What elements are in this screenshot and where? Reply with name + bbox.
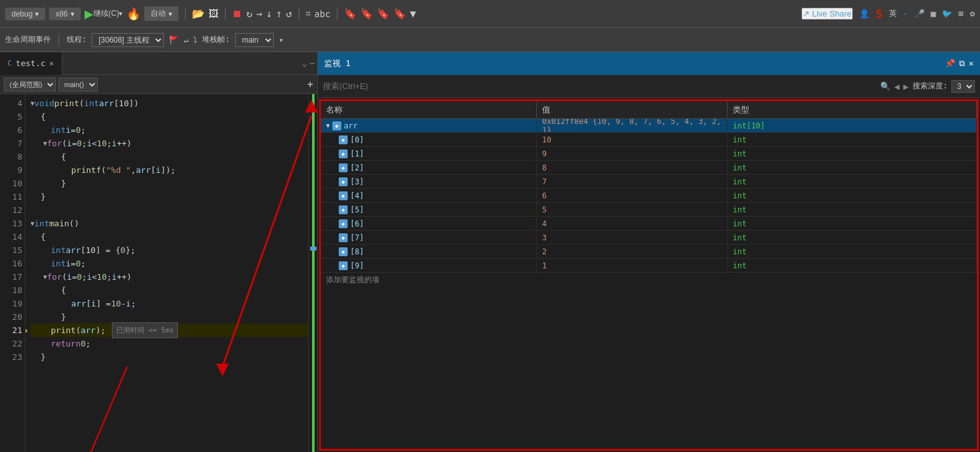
code-line-11: } [31, 190, 312, 203]
c-file-icon: C [8, 59, 12, 67]
item-var-icon-3: ◆ [339, 177, 348, 186]
line-num-10: 10 [5, 177, 22, 190]
tab-close-btn[interactable]: × [50, 59, 54, 68]
scope-select[interactable]: (全局范围) [4, 78, 56, 92]
step-out-icon[interactable]: ↑ [276, 8, 282, 20]
bookmark2-icon[interactable]: 🔖 [360, 8, 373, 20]
line-num-17: 17 [5, 270, 22, 284]
watch-item-name-0: ◆ [0] [321, 133, 537, 146]
arch-btn[interactable]: x86 ▾ [49, 8, 80, 20]
watch-row-item-6[interactable]: ◆ [6] 4 int [321, 217, 977, 231]
watch-arr-name: ▼ ◆ arr [321, 119, 537, 132]
watch-item-type-9: int [728, 259, 977, 272]
item-var-icon-1: ◆ [339, 149, 348, 158]
ime-table-icon[interactable]: ▦ [931, 9, 936, 18]
play-icon: ▶ [85, 7, 93, 21]
watch-arr-value: 0x012ff8e4 {10, 9, 8, 7, 6, 5, 4, 3, 2, … [537, 119, 728, 132]
step-icon3[interactable]: ⤵ [193, 36, 197, 45]
bookmark1-icon[interactable]: 🔖 [344, 8, 357, 20]
watch-item-name-8: ◆ [8] [321, 245, 537, 258]
watch-row-item-7[interactable]: ◆ [7] 3 int [321, 231, 977, 245]
watch-row-item-2[interactable]: ◆ [2] 8 int [321, 161, 977, 175]
timing-tooltip: 已用时间 <= 5ms [112, 322, 178, 338]
watch-nav-forward[interactable]: ▶ [903, 81, 908, 92]
user-icon: 👤 [859, 9, 869, 18]
restart-icon[interactable]: ↻ [246, 8, 252, 20]
folder-icon[interactable]: 📂 [192, 8, 205, 20]
func-select[interactable]: main() [58, 78, 98, 92]
watch-row-item-0[interactable]: ◆ [0] 10 int [321, 133, 977, 147]
step-over-icon[interactable]: → [256, 8, 262, 20]
sep1 [185, 8, 186, 20]
flag-icon: 🚩 [169, 36, 179, 45]
step-into-icon[interactable]: ↓ [266, 8, 273, 20]
thread-select[interactable]: [30608] 主线程 [92, 33, 164, 47]
code-kw-void: void [34, 97, 54, 110]
expand-arr-icon[interactable]: ▼ [326, 122, 330, 129]
top-toolbar: debug ▾ x86 ▾ ▶ 继续(C) ▾ 🔥 自动 ▾ 📂 🖼 ⏹ ↻ →… [0, 0, 980, 28]
watch-close-icon[interactable]: ✕ [969, 58, 974, 69]
watch-nav-back[interactable]: ◀ [894, 81, 899, 92]
line-num-8: 8 [5, 150, 22, 163]
ime-dot-icon: · [903, 9, 908, 18]
item-var-icon-4: ◆ [339, 191, 348, 200]
stop-icon[interactable]: ⏹ [232, 8, 242, 20]
bookmark5-icon[interactable]: ▼ [410, 8, 416, 20]
code-line-20: } [31, 310, 312, 324]
code-line-6: int i = 0 ; [31, 123, 312, 137]
code-line-17: ▼ for ( i = 0 ; i < 10 ; i ++) [31, 270, 312, 284]
ime-grid-icon[interactable]: ⊞ [958, 9, 963, 18]
watch-pin-icon[interactable]: 📌 [945, 58, 955, 69]
bookmark4-icon[interactable]: 🔖 [393, 8, 406, 20]
step-icon2[interactable]: ↵ [184, 36, 188, 45]
watch-row-item-8[interactable]: ◆ [8] 2 int [321, 245, 977, 259]
watch-depth-label: 搜索深度: [913, 81, 948, 92]
watch-add-row[interactable]: 添加要监视的项 [321, 273, 977, 287]
watch-row-item-1[interactable]: ◆ [1] 9 int [321, 147, 977, 161]
watch-item-name-5: ◆ [5] [321, 203, 537, 216]
editor-scrollbar[interactable] [308, 94, 317, 452]
watch-float-icon[interactable]: ⧉ [959, 58, 965, 69]
disasm-icon[interactable]: abc [315, 9, 330, 19]
ime-mic-icon[interactable]: 🎤 [915, 9, 925, 18]
event-label: 生命周期事件 [5, 34, 51, 45]
debug-mode-btn[interactable]: debug ▾ [5, 8, 45, 20]
watch-item-type-4: int [728, 189, 977, 202]
thread-label: 线程: [67, 34, 86, 45]
item-var-icon-5: ◆ [339, 205, 348, 214]
editor-tabs: C test.c × ⌄ ⋯ [0, 52, 317, 75]
editor-content: 4 5 6 7 8 9 10 11 12 13 14 15 16 17 18 1… [0, 94, 317, 452]
live-share-btn[interactable]: ↗ Live Share [801, 8, 853, 20]
line-num-11: 11 [5, 190, 22, 203]
watch-row-item-3[interactable]: ◆ [3] 7 int [321, 175, 977, 189]
watch-row-item-5[interactable]: ◆ [5] 5 int [321, 203, 977, 217]
more-icon[interactable]: ⋯ [310, 58, 315, 68]
watch-item-type-7: int [728, 231, 977, 244]
sep4 [337, 8, 337, 20]
watch-item-value-7: 3 [537, 231, 728, 244]
sep-debug1 [58, 34, 59, 46]
watch-row-item-4[interactable]: ◆ [4] 6 int [321, 189, 977, 203]
line-num-21: 21 [5, 324, 22, 337]
bookmark3-icon[interactable]: 🔖 [377, 8, 390, 20]
ime-settings-icon[interactable]: ⚙ [970, 9, 975, 18]
debug-toolbar: 生命周期事件 线程: [30608] 主线程 🚩 ↵ ⤵ 堆栈帧: main ▾ [0, 28, 980, 52]
ime-cloud-icon[interactable]: 🐦 [942, 9, 952, 18]
fire-icon[interactable]: 🔥 [126, 7, 140, 20]
add-watch-btn[interactable]: + [307, 78, 313, 90]
split-down-icon[interactable]: ⌄ [302, 58, 307, 68]
editor-tab-testc[interactable]: C test.c × [0, 52, 62, 75]
register-icon[interactable]: ⌗ [306, 8, 311, 19]
sohu-s-icon[interactable]: S [876, 7, 883, 20]
stack-select[interactable]: main [235, 33, 274, 47]
auto-btn[interactable]: 自动 ▾ [144, 6, 179, 21]
watch-row-arr[interactable]: ▼ ◆ arr 0x012ff8e4 {10, 9, 8, 7, 6, 5, 4… [321, 119, 977, 133]
image-icon[interactable]: 🖼 [208, 8, 219, 20]
watch-depth-select[interactable]: 3 [951, 80, 975, 93]
watch-search-input[interactable] [323, 81, 876, 91]
ime-label: 英 [889, 8, 897, 19]
code-line-22: return 0 ; [31, 337, 312, 350]
continue-btn[interactable]: ▶ 继续(C) ▾ [85, 7, 123, 21]
run-cursor-icon[interactable]: ↺ [286, 8, 292, 20]
watch-row-item-9[interactable]: ◆ [9] 1 int [321, 259, 977, 273]
